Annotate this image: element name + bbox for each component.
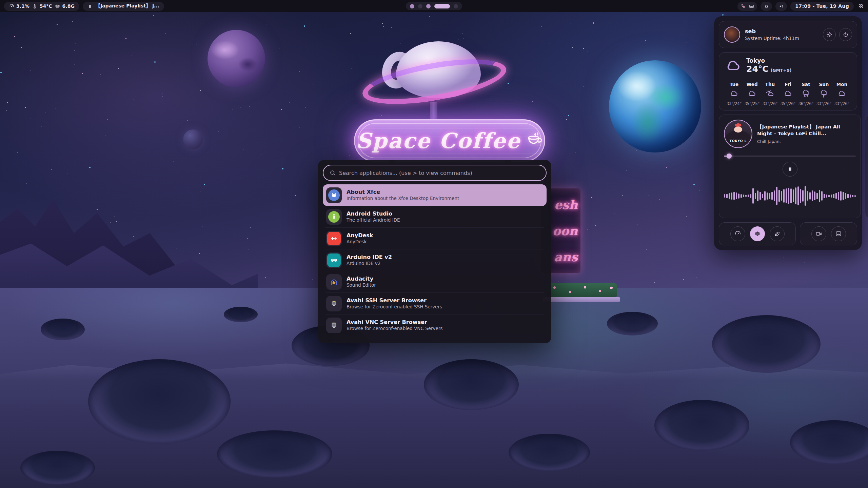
divider bbox=[725, 78, 851, 78]
user-name: seb bbox=[745, 28, 799, 35]
bell-icon[interactable] bbox=[764, 3, 769, 9]
app-row-android-studio[interactable]: Android StudioThe official Android IDE bbox=[323, 206, 547, 228]
search-input[interactable] bbox=[339, 170, 540, 176]
power-saver-profile-button[interactable] bbox=[770, 226, 785, 241]
chip-icon bbox=[55, 3, 60, 9]
top-bar: 3.1% 54°C 6.8G bbox=[0, 0, 868, 12]
temperature-value: 54°C bbox=[40, 3, 52, 9]
volume-pill[interactable] bbox=[775, 2, 787, 11]
power-button[interactable] bbox=[839, 28, 852, 41]
weather-card: Tokyo 24°C (GMT+9) Tue33°/24°Wed35°/25°T… bbox=[719, 52, 857, 110]
app-row-audacity[interactable]: AudacitySound Editor bbox=[323, 271, 547, 293]
small-moon bbox=[183, 129, 203, 149]
memory-value: 6.8G bbox=[62, 3, 75, 9]
app-row-anydesk[interactable]: AnyDeskAnyDesk bbox=[323, 228, 547, 249]
app-row-avahi-ssh-server-browser[interactable]: Avahi SSH Server BrowserBrowse for Zeroc… bbox=[323, 293, 547, 314]
cloud-icon bbox=[784, 89, 792, 99]
workspace-dot-1[interactable] bbox=[410, 4, 414, 8]
tray-pill[interactable] bbox=[737, 2, 757, 11]
system-stats-pill: 3.1% 54°C 6.8G bbox=[4, 2, 79, 11]
forecast-day-label: Wed bbox=[746, 82, 757, 87]
workspace-dot-3[interactable] bbox=[426, 4, 431, 8]
forecast-day-fri: Fri35°/26° bbox=[779, 82, 797, 106]
forecast-day-label: Tue bbox=[730, 82, 739, 87]
forecast-day-label: Fri bbox=[785, 82, 791, 87]
forecast-day-label: Thu bbox=[765, 82, 775, 87]
crater bbox=[509, 434, 590, 471]
forecast-day-mon: Mon33°/26° bbox=[833, 82, 851, 106]
android-studio-icon bbox=[326, 209, 342, 225]
forecast-temps: 33°/24° bbox=[727, 101, 742, 106]
speedometer-icon bbox=[734, 230, 741, 237]
xfce-icon bbox=[326, 187, 342, 203]
seek-bar[interactable] bbox=[724, 154, 856, 158]
now-playing-text: 【Japanese Playlist】 J... bbox=[96, 3, 159, 9]
settings-button[interactable] bbox=[823, 28, 836, 41]
scales-icon bbox=[754, 230, 761, 237]
crater bbox=[654, 400, 749, 451]
crater bbox=[41, 319, 85, 340]
app-name: Arduino IDE v2 bbox=[347, 254, 392, 261]
app-description: Sound Editor bbox=[347, 282, 376, 288]
arduino-icon bbox=[326, 252, 342, 268]
crater bbox=[224, 307, 258, 322]
power-profile-group bbox=[719, 222, 796, 245]
rain-icon bbox=[802, 89, 810, 99]
neon-window-text: oon bbox=[553, 224, 578, 238]
forecast-temps: 33°/26° bbox=[816, 101, 832, 106]
forecast-temps: 36°/26° bbox=[798, 101, 814, 106]
network-icon bbox=[326, 318, 342, 333]
control-panel: seb System Uptime: 4h11m Tokyo bbox=[714, 16, 862, 250]
forecast-day-tue: Tue33°/24° bbox=[725, 82, 743, 106]
cloud-icon bbox=[725, 58, 742, 74]
screen-record-button[interactable] bbox=[811, 226, 826, 241]
app-description: Arduino IDE v2 bbox=[347, 261, 392, 267]
app-description: The official Android IDE bbox=[347, 217, 400, 223]
audacity-icon bbox=[326, 274, 342, 290]
cloud-icon bbox=[837, 89, 846, 99]
cloud-icon bbox=[748, 89, 756, 99]
screenshot-button[interactable] bbox=[831, 226, 846, 241]
forecast-day-label: Sat bbox=[802, 82, 810, 87]
app-row-about-xfce[interactable]: About XfceInformation about the Xfce Des… bbox=[323, 184, 547, 206]
forecast-day-wed: Wed35°/25° bbox=[743, 82, 761, 106]
cpu-usage-value: 3.1% bbox=[16, 3, 29, 9]
app-description: AnyDesk bbox=[347, 239, 373, 245]
now-playing-pill[interactable]: 【Japanese Playlist】 J... bbox=[83, 2, 164, 11]
crater bbox=[20, 451, 95, 485]
coffee-cup-icon bbox=[526, 131, 543, 150]
forecast-day-label: Sun bbox=[819, 82, 829, 87]
audio-visualizer bbox=[724, 179, 856, 213]
app-row-arduino-ide-v2[interactable]: Arduino IDE v2Arduino IDE v2 bbox=[323, 249, 547, 271]
neon-window-text: ans bbox=[554, 250, 578, 264]
workspace-dot-4-active[interactable] bbox=[434, 4, 450, 8]
app-row-avahi-vnc-server-browser[interactable]: Avahi VNC Server BrowserBrowse for Zeroc… bbox=[323, 314, 547, 336]
app-description: Browse for Zeroconf-enabled VNC Servers bbox=[347, 326, 442, 332]
desktop: Space Coffee eshoonans 3.1% bbox=[0, 0, 868, 488]
cpu-usage-stat: 3.1% bbox=[9, 3, 29, 9]
workspace-indicator[interactable] bbox=[406, 2, 462, 10]
seek-thumb[interactable] bbox=[727, 154, 732, 159]
app-description: Browse for Zeroconf-enabled SSH Servers bbox=[347, 304, 442, 310]
app-list: About XfceInformation about the Xfce Des… bbox=[323, 184, 547, 336]
flower-hedge bbox=[546, 283, 617, 298]
sign-text: Space Coffee bbox=[356, 128, 521, 153]
phone-icon[interactable] bbox=[741, 3, 746, 9]
volume-icon[interactable] bbox=[778, 3, 784, 9]
performance-profile-button[interactable] bbox=[730, 226, 745, 241]
notifications-pill[interactable] bbox=[761, 2, 772, 11]
screenshot-icon[interactable] bbox=[749, 3, 754, 9]
temperature-stat: 54°C bbox=[32, 3, 52, 9]
workspace-dot-2[interactable] bbox=[418, 4, 422, 8]
clock-pill[interactable]: 17:09 - Tue, 19 Aug bbox=[790, 2, 854, 11]
app-grid-icon[interactable] bbox=[857, 3, 864, 9]
balanced-profile-button[interactable] bbox=[750, 226, 765, 241]
workspace-dot-5[interactable] bbox=[454, 4, 458, 8]
earth-planet bbox=[609, 60, 701, 152]
search-box[interactable] bbox=[323, 165, 547, 181]
play-pause-button[interactable] bbox=[783, 162, 797, 177]
speedometer-icon bbox=[9, 3, 14, 9]
crater bbox=[712, 315, 821, 373]
app-name: Avahi VNC Server Browser bbox=[347, 319, 442, 326]
forecast-temps: 35°/26° bbox=[781, 101, 796, 106]
